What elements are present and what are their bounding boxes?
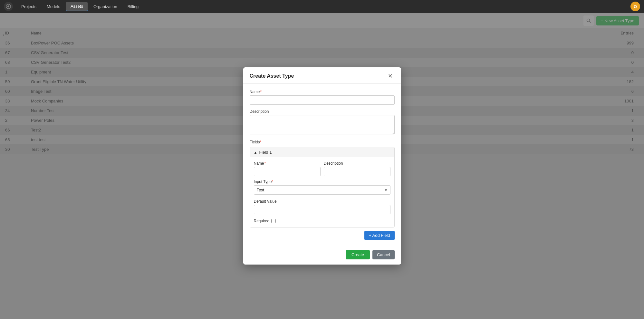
fields-label: Fields* xyxy=(250,140,395,144)
description-label: Description xyxy=(250,109,395,114)
modal-close-button[interactable]: ✕ xyxy=(386,72,395,80)
field-1-description-label: Description xyxy=(324,161,390,166)
cancel-button[interactable]: Cancel xyxy=(372,250,394,259)
app-logo xyxy=(4,2,13,11)
modal-footer: Create Cancel xyxy=(243,246,401,265)
create-button[interactable]: Create xyxy=(346,250,370,259)
modal-overlay: Create Asset Type ✕ Name* Description xyxy=(0,13,644,319)
top-nav: Projects Models Assets Organization Bill… xyxy=(0,0,644,13)
field-1-default-value-label: Default Value xyxy=(254,199,390,204)
nav-item-projects[interactable]: Projects xyxy=(17,2,41,11)
field-1-desc-col: Description xyxy=(324,161,390,176)
field-1-description-input[interactable] xyxy=(324,167,390,176)
nav-item-assets[interactable]: Assets xyxy=(66,2,88,11)
field-1-input-type-select[interactable]: Text Number Date Boolean Image xyxy=(254,185,390,195)
asset-name-input[interactable] xyxy=(250,95,395,105)
field-1-default-value-input[interactable] xyxy=(254,205,390,214)
field-1-name-input[interactable] xyxy=(254,167,321,176)
field-1-required-row: Required xyxy=(254,219,390,223)
user-avatar[interactable]: O xyxy=(630,2,640,11)
field-1-default-value-group: Default Value xyxy=(254,199,390,214)
accordion-chevron-icon: ▲ xyxy=(254,150,257,154)
nav-item-organization[interactable]: Organization xyxy=(89,2,122,11)
add-field-button[interactable]: + Add Field xyxy=(364,231,394,240)
modal-body: Name* Description Fields* ▲ xyxy=(243,84,401,246)
field-1-input-type-group: Input Type* Text Number Date Boolean Ima… xyxy=(254,179,390,195)
description-input[interactable] xyxy=(250,115,395,134)
field-1-input-type-label: Input Type* xyxy=(254,179,390,184)
field-1-name-col: Name* xyxy=(254,161,321,176)
add-field-container: + Add Field xyxy=(250,231,395,240)
field-1-input-type-wrapper: Text Number Date Boolean Image ▼ xyxy=(254,185,390,195)
svg-point-1 xyxy=(7,5,9,7)
field-1-name-label: Name* xyxy=(254,161,321,166)
field-1-accordion: ▲ Field 1 Name* xyxy=(250,147,395,227)
field-1-label: Field 1 xyxy=(259,150,272,155)
create-asset-type-modal: Create Asset Type ✕ Name* Description xyxy=(243,67,401,265)
field-1-body: Name* Description xyxy=(250,157,394,227)
field-1-header[interactable]: ▲ Field 1 xyxy=(250,147,394,157)
page-content: + New Asset Type › ID Name Entries 36 Bo… xyxy=(0,13,644,319)
nav-item-models[interactable]: Models xyxy=(42,2,65,11)
field-1-required-label: Required xyxy=(254,219,270,223)
name-label: Name* xyxy=(250,90,395,94)
modal-header: Create Asset Type ✕ xyxy=(243,67,401,84)
field-1-required-checkbox[interactable] xyxy=(271,219,276,223)
modal-title: Create Asset Type xyxy=(250,73,294,79)
description-form-group: Description xyxy=(250,109,395,135)
field-1-name-desc-row: Name* Description xyxy=(254,161,390,176)
name-form-group: Name* xyxy=(250,90,395,105)
nav-item-billing[interactable]: Billing xyxy=(123,2,143,11)
